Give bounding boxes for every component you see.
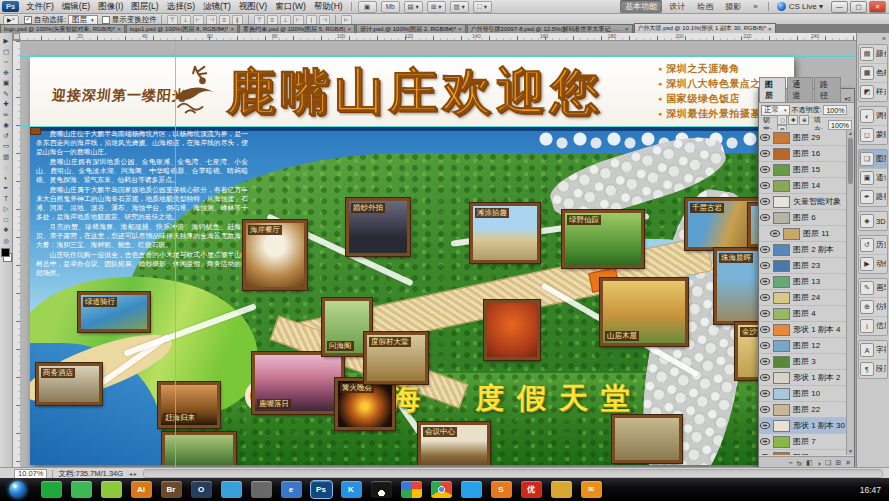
distribute-icon[interactable]: ⊢	[293, 15, 304, 25]
arrange-documents-icon[interactable]: ▥ ▾	[450, 1, 469, 13]
guide-line[interactable]	[175, 41, 176, 467]
tab-close-icon[interactable]: ×	[230, 26, 234, 32]
dock-item-动作[interactable]: ▶动作	[859, 255, 887, 273]
visibility-eye-icon[interactable]	[761, 135, 769, 140]
document-tab[interactable]: logo.psd @ 100%(矢量智能对象, RGB/8)*×	[0, 24, 125, 33]
document-tab[interactable]: 置换约束.psd @ 100%(图层 5, RGB/8)×	[239, 24, 355, 33]
gradient-tool[interactable]: ▥	[1, 152, 12, 163]
dock-item-字符[interactable]: A字符	[859, 341, 887, 360]
panel-tab-通道[interactable]: 通道	[787, 77, 814, 102]
chrome-taskbar-icon[interactable]	[431, 481, 452, 498]
document-tab[interactable]: 设计.psd @ 100%(图层 2, RGB/8#)*×	[356, 24, 466, 33]
crop-tool[interactable]: ▣	[1, 78, 12, 89]
distribute-icon[interactable]: ⊤	[254, 15, 265, 25]
notes-taskbar-icon[interactable]	[101, 481, 122, 498]
dock-item-路径[interactable]: ✒路径	[859, 188, 887, 206]
dock-item-蒙版[interactable]: ◻蒙版	[859, 126, 887, 144]
poster-document[interactable]: 迎接深圳第一缕阳光 鹿嘴山庄欢迎您 ●深圳之天涯海角●深圳八大特色景点之一●国家…	[30, 57, 794, 465]
menu-item[interactable]: 图层(L)	[127, 1, 162, 13]
layers-footer-icon[interactable]: ⊞	[835, 459, 841, 467]
dock-item-色板[interactable]: ▦色板	[859, 64, 887, 83]
layer-row[interactable]: 矢量智能对象	[759, 194, 847, 210]
distribute-icon[interactable]: ≡	[267, 15, 278, 25]
tab-close-icon[interactable]: ×	[347, 26, 351, 32]
launch-mini-bridge-icon[interactable]: Mb	[381, 1, 400, 13]
workspace-2[interactable]: 绘画	[692, 0, 718, 13]
view-extras-icon[interactable]: ▤ ▾	[404, 1, 423, 13]
menu-item[interactable]: 图像(I)	[94, 1, 127, 13]
scrollbar-thumb[interactable]	[848, 138, 853, 184]
tab-close-icon[interactable]: ×	[458, 26, 462, 32]
layers-footer-icon[interactable]: ✕	[845, 459, 851, 467]
layers-footer-icon[interactable]: fx	[797, 460, 802, 467]
history-brush-tool[interactable]: ↺	[1, 131, 12, 142]
blur-tool[interactable]: ◌	[1, 162, 12, 173]
dock-item-调整[interactable]: ◐调整	[859, 107, 887, 126]
layer-row[interactable]: 图层 23	[759, 258, 847, 274]
layer-row[interactable]: 图层 4	[759, 306, 847, 322]
layer-row[interactable]: 图层 29	[759, 130, 847, 146]
sogou-taskbar-icon[interactable]: S	[491, 481, 512, 498]
layer-row[interactable]: 形状 1 副本 4	[759, 322, 847, 338]
guide-line[interactable]	[20, 56, 889, 57]
healing-brush-tool[interactable]: ✚	[1, 99, 12, 110]
horizontal-scrollbar[interactable]	[143, 469, 883, 478]
brush-tool[interactable]: ✏	[1, 110, 12, 121]
dock-item-画笔[interactable]: ✎画笔	[859, 279, 887, 298]
foreground-color-swatch[interactable]	[1, 248, 10, 257]
zoom-level-icon[interactable]: ⊞ ▾	[427, 1, 446, 13]
layers-footer-icon[interactable]: ⌁	[788, 459, 792, 467]
layer-row[interactable]: 图层 24	[759, 290, 847, 306]
youku-taskbar-icon[interactable]: 优	[521, 481, 542, 498]
lock-icon[interactable]: ✚	[788, 115, 798, 125]
layer-row[interactable]: 图层 22	[759, 402, 847, 418]
panel-tab-图层[interactable]: 图层	[759, 77, 786, 102]
shape-tool[interactable]: □	[1, 215, 12, 226]
tab-close-icon[interactable]: ×	[117, 26, 121, 32]
close-button[interactable]: ✕	[869, 1, 886, 13]
layers-footer-icon[interactable]: ◧	[806, 459, 813, 467]
menu-item[interactable]: 帮助(H)	[310, 1, 347, 13]
move-tool[interactable]: ▶	[1, 36, 12, 47]
current-tool-icon[interactable]: ▶⁺	[3, 15, 19, 25]
launch-bridge-icon[interactable]: ▣	[358, 1, 377, 13]
align-icon[interactable]: ⊥	[180, 15, 191, 25]
lock-icon[interactable]: ⊕	[799, 115, 809, 125]
auto-select-checkbox[interactable]: ✓	[24, 16, 32, 24]
visibility-eye-icon[interactable]	[761, 343, 769, 348]
quick-select-tool[interactable]: ❉	[1, 68, 12, 79]
zoom-level-field[interactable]: 10.07%	[14, 469, 47, 479]
workspace-3[interactable]: 摄影	[720, 0, 746, 13]
align-icon[interactable]: ⊤	[167, 15, 178, 25]
dock-item-颜色[interactable]: ▤颜色	[859, 45, 887, 64]
document-tab[interactable]: 户外导引牌20097-8.psd @ 12.5%(解码看世界大事记, RGB/8…	[467, 24, 633, 33]
layer-row[interactable]: 图层 14	[759, 178, 847, 194]
visibility-eye-icon[interactable]	[771, 231, 779, 236]
visibility-eye-icon[interactable]	[761, 263, 769, 268]
zoom-tool[interactable]: ◎	[1, 236, 12, 247]
layer-row[interactable]: 图层 10	[759, 386, 847, 402]
bridge-taskbar-icon[interactable]: Br	[161, 481, 182, 498]
align-icon[interactable]: ⊣	[206, 15, 217, 25]
menu-item[interactable]: 视图(V)	[235, 1, 271, 13]
lock-icon[interactable]: ◻	[777, 115, 787, 125]
blend-mode-dropdown[interactable]: 正常 ▾	[761, 105, 790, 116]
layer-row[interactable]: 形状 1 副本 30	[759, 418, 847, 434]
cs-live-button[interactable]: CS Live ▾	[777, 2, 823, 11]
layer-row[interactable]: 图层 13	[759, 274, 847, 290]
layer-row[interactable]: 图层 11	[759, 226, 847, 242]
visibility-eye-icon[interactable]	[761, 375, 769, 380]
dock-item-历史记录[interactable]: ↺历史记录	[859, 236, 887, 255]
layer-row[interactable]: 图层 12	[759, 338, 847, 354]
screen-mode-icon[interactable]: ⛶ ▾	[473, 1, 492, 13]
align-icon[interactable]: ⊢	[193, 15, 204, 25]
outlook-taskbar-icon[interactable]: O	[191, 481, 212, 498]
layers-footer-icon[interactable]: ❏	[825, 459, 831, 467]
document-tab[interactable]: 户外大喷.psd @ 10.1%(形状 1 副本 30, RGB/8)*×	[634, 23, 776, 33]
panel-menu-icon[interactable]: ▾≡	[842, 95, 855, 102]
layer-row[interactable]: 图层 6	[759, 210, 847, 226]
kugou-taskbar-icon[interactable]: K	[341, 481, 362, 498]
align-icon[interactable]: ∥	[232, 15, 243, 25]
visibility-eye-icon[interactable]	[761, 311, 769, 316]
horizontal-ruler[interactable]: 020406080100120140160180200220240260	[13, 33, 889, 41]
